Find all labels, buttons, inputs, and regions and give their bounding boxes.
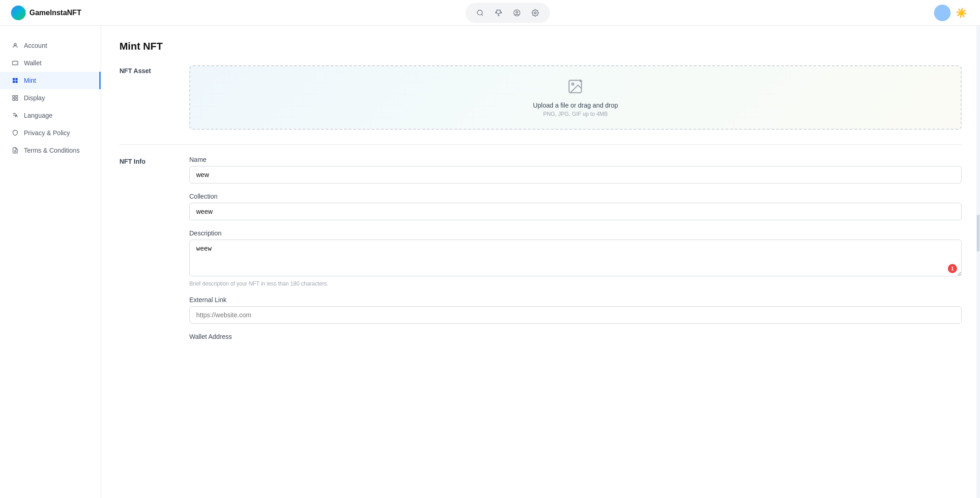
privacy-icon	[11, 129, 19, 137]
page-title: Mint NFT	[119, 40, 962, 52]
name-input[interactable]	[189, 166, 962, 183]
wallet-address-label: Wallet Address	[189, 333, 962, 340]
svg-point-5	[14, 43, 17, 46]
external-link-field-group: External Link	[189, 296, 962, 324]
theme-toggle-icon[interactable]: ☀️	[954, 6, 969, 20]
upload-area[interactable]: Upload a file or drag and drop PNG, JPG,…	[189, 65, 962, 130]
top-navigation: GameInstaNFT ☀️	[0, 0, 980, 26]
upload-text: Upload a file or drag and drop	[533, 102, 618, 109]
upload-icon	[533, 78, 618, 98]
scrollbar-thumb[interactable]	[977, 215, 980, 252]
svg-rect-13	[13, 98, 15, 100]
settings-icon[interactable]	[528, 6, 543, 20]
app-layout: Account Wallet Mint Display Language	[0, 26, 980, 498]
mint-icon	[11, 76, 19, 85]
wallet-icon	[11, 59, 19, 67]
svg-rect-6	[12, 61, 18, 65]
sidebar-item-label: Privacy & Policy	[24, 129, 70, 137]
sidebar-item-label: Language	[24, 112, 52, 119]
description-textarea[interactable]: weew	[189, 240, 962, 276]
sidebar-item-label: Display	[24, 94, 45, 102]
svg-rect-12	[16, 96, 17, 97]
nft-asset-label: NFT Asset	[119, 65, 175, 130]
nft-info-label: NFT Info	[119, 156, 175, 349]
logo-icon	[11, 6, 26, 20]
upload-content: Upload a file or drag and drop PNG, JPG,…	[533, 78, 618, 117]
wallet-address-field-group: Wallet Address	[189, 333, 962, 340]
search-icon[interactable]	[473, 6, 487, 20]
name-field-group: Name	[189, 156, 962, 183]
nft-info-row: NFT Info Name Collection Description	[119, 156, 962, 349]
section-divider	[119, 144, 962, 145]
main-content: Mint NFT NFT Asset	[101, 26, 980, 498]
collection-field-group: Collection	[189, 193, 962, 220]
external-link-label: External Link	[189, 296, 962, 303]
avatar[interactable]	[934, 5, 951, 21]
svg-point-18	[572, 83, 574, 85]
trophy-icon[interactable]	[491, 6, 506, 20]
app-name: GameInstaNFT	[29, 9, 81, 17]
external-link-input[interactable]	[189, 306, 962, 324]
description-hint: Brief description of your NFT in less th…	[189, 280, 962, 287]
user-circle-icon[interactable]	[510, 6, 524, 20]
sidebar-item-language[interactable]: Language	[0, 107, 101, 124]
sidebar-item-display[interactable]: Display	[0, 89, 101, 107]
char-count-badge: 1	[948, 264, 957, 273]
svg-point-3	[516, 11, 518, 13]
upload-subtext: PNG, JPG, GIF up to 4MB	[533, 111, 618, 117]
sidebar-item-wallet[interactable]: Wallet	[0, 54, 101, 72]
svg-rect-8	[16, 78, 18, 80]
collection-label: Collection	[189, 193, 962, 200]
svg-rect-14	[16, 98, 17, 100]
sidebar-item-label: Account	[24, 42, 47, 49]
nft-asset-section: NFT Asset	[119, 65, 962, 130]
nav-right: ☀️	[934, 5, 969, 21]
svg-point-0	[477, 10, 482, 15]
svg-line-1	[482, 14, 483, 16]
description-field-group: Description weew 1 Brief description of …	[189, 229, 962, 287]
nft-asset-row: NFT Asset	[119, 65, 962, 130]
sidebar-item-terms[interactable]: Terms & Conditions	[0, 142, 101, 159]
svg-rect-11	[13, 96, 15, 97]
collection-input[interactable]	[189, 203, 962, 220]
nft-form: Name Collection Description weew 1	[189, 156, 962, 349]
sidebar-item-account[interactable]: Account	[0, 37, 101, 54]
svg-rect-7	[13, 78, 15, 80]
name-label: Name	[189, 156, 962, 163]
language-icon	[11, 111, 19, 120]
nft-info-section: NFT Info Name Collection Description	[119, 156, 962, 349]
description-textarea-wrapper: weew 1	[189, 240, 962, 278]
svg-rect-9	[13, 81, 15, 83]
nav-center-bar	[465, 3, 550, 23]
svg-point-4	[534, 12, 536, 14]
svg-rect-10	[16, 81, 18, 83]
sidebar-item-label: Terms & Conditions	[24, 147, 79, 154]
sidebar-item-label: Wallet	[24, 59, 41, 67]
sidebar-item-privacy[interactable]: Privacy & Policy	[0, 124, 101, 142]
app-logo[interactable]: GameInstaNFT	[11, 6, 81, 20]
sidebar: Account Wallet Mint Display Language	[0, 26, 101, 498]
sidebar-item-label: Mint	[24, 77, 36, 84]
description-label: Description	[189, 229, 962, 237]
account-icon	[11, 41, 19, 50]
display-icon	[11, 94, 19, 102]
scrollbar-track[interactable]	[976, 26, 980, 498]
terms-icon	[11, 146, 19, 155]
sidebar-item-mint[interactable]: Mint	[0, 72, 101, 89]
